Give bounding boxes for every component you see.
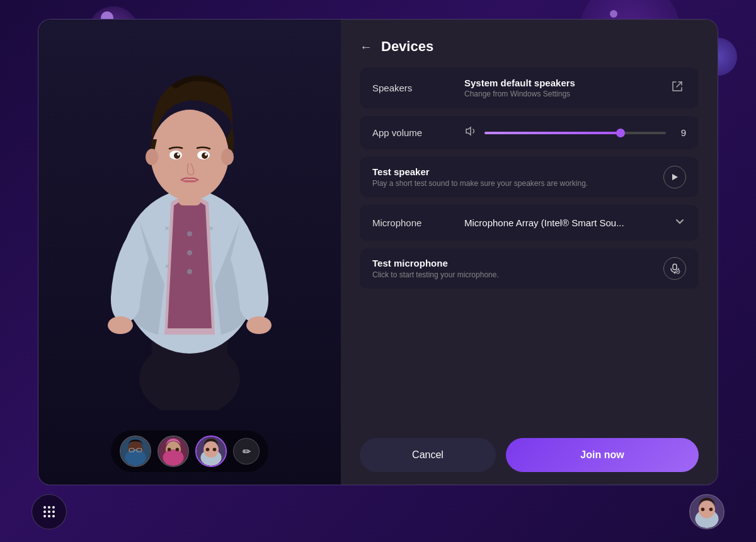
svg-point-30 xyxy=(168,447,171,451)
right-panel: ← Devices Speakers System default speake… xyxy=(341,20,718,485)
svg-point-16 xyxy=(187,250,192,255)
svg-point-4 xyxy=(246,316,272,334)
avatar-thumb-2[interactable] xyxy=(158,435,189,467)
svg-point-31 xyxy=(176,447,180,451)
svg-text:✕: ✕ xyxy=(209,225,214,232)
back-button[interactable]: ← xyxy=(360,40,372,53)
svg-point-34 xyxy=(203,441,219,458)
svg-point-41 xyxy=(677,271,679,272)
avatar-container: ✕ ✕ ✕ xyxy=(83,45,297,410)
svg-point-49 xyxy=(48,515,50,517)
apps-button[interactable] xyxy=(32,494,67,529)
svg-point-35 xyxy=(206,447,210,451)
svg-point-44 xyxy=(52,506,55,509)
avatar-strip: ✏ xyxy=(111,430,268,472)
svg-point-11 xyxy=(174,153,180,159)
svg-point-12 xyxy=(202,153,208,159)
volume-controls: 9 xyxy=(464,125,686,141)
volume-row: App volume 9 xyxy=(360,116,699,149)
microphone-row: Microphone Microphone Array (Intel® Smar… xyxy=(360,205,699,241)
speakers-value: System default speakers xyxy=(464,78,575,88)
test-speaker-title: Test speaker xyxy=(372,166,588,177)
svg-point-48 xyxy=(43,515,46,517)
chevron-down-icon xyxy=(673,215,686,231)
volume-label: App volume xyxy=(372,127,454,138)
user-profile-button[interactable] xyxy=(689,494,724,529)
cancel-button[interactable]: Cancel xyxy=(360,438,496,472)
devices-title: Devices xyxy=(381,38,433,55)
microphone-dropdown[interactable]: Microphone Array (Intel® Smart Sou... xyxy=(464,215,686,231)
speakers-label: Speakers xyxy=(372,83,454,93)
spacer xyxy=(360,296,699,424)
svg-marker-37 xyxy=(672,174,678,180)
volume-slider[interactable] xyxy=(484,132,666,134)
bottom-buttons: Cancel Join now xyxy=(360,432,699,472)
test-mic-subtitle: Click to start testing your microphone. xyxy=(372,270,499,279)
microphone-value: Microphone Array (Intel® Smart Sou... xyxy=(464,217,624,228)
test-speaker-info: Test speaker Play a short test sound to … xyxy=(372,166,588,188)
test-microphone-button[interactable] xyxy=(663,257,686,280)
svg-point-55 xyxy=(709,508,713,512)
external-link-icon[interactable] xyxy=(668,78,686,98)
svg-point-15 xyxy=(187,231,192,236)
left-panel: ✕ ✕ ✕ xyxy=(38,20,341,485)
avatar-thumb-1[interactable] xyxy=(120,435,151,467)
svg-point-42 xyxy=(43,506,46,509)
svg-point-14 xyxy=(205,153,207,156)
svg-point-13 xyxy=(177,153,180,156)
volume-thumb xyxy=(616,129,625,137)
test-microphone-row: Test microphone Click to start testing y… xyxy=(360,248,699,289)
speaker-icon xyxy=(464,125,477,141)
join-now-button[interactable]: Join now xyxy=(506,438,699,472)
svg-point-47 xyxy=(52,510,55,513)
microphone-label: Microphone xyxy=(372,217,454,228)
svg-point-23 xyxy=(125,449,146,466)
avatar-thumb-3[interactable] xyxy=(195,435,227,467)
play-test-speaker-button[interactable] xyxy=(663,166,686,188)
test-speaker-subtitle: Play a short test sound to make sure you… xyxy=(372,179,588,188)
svg-point-46 xyxy=(48,510,50,513)
svg-point-50 xyxy=(52,515,55,517)
test-mic-info: Test microphone Click to start testing y… xyxy=(372,258,499,279)
svg-text:✕: ✕ xyxy=(164,225,169,232)
volume-value: 9 xyxy=(673,127,686,138)
edit-avatar-button[interactable]: ✏ xyxy=(233,438,260,464)
svg-point-17 xyxy=(187,269,192,274)
test-mic-title: Test microphone xyxy=(372,258,499,268)
svg-point-3 xyxy=(108,316,133,334)
main-card: ✕ ✕ ✕ xyxy=(38,19,718,485)
speakers-sub: Change from Windows Settings xyxy=(464,89,575,98)
svg-rect-38 xyxy=(673,264,677,270)
svg-point-7 xyxy=(146,149,158,165)
svg-point-8 xyxy=(221,149,234,165)
speakers-row: Speakers System default speakers Change … xyxy=(360,67,699,108)
svg-point-29 xyxy=(163,449,183,466)
test-speaker-row: Test speaker Play a short test sound to … xyxy=(360,157,699,197)
svg-text:✕: ✕ xyxy=(164,263,169,270)
svg-point-45 xyxy=(43,510,46,513)
devices-header: ← Devices xyxy=(360,38,699,55)
bottom-bar xyxy=(0,494,756,529)
speakers-value-box: System default speakers Change from Wind… xyxy=(464,78,686,98)
svg-point-54 xyxy=(701,508,705,512)
svg-point-36 xyxy=(213,447,217,451)
svg-point-6 xyxy=(151,110,229,200)
edit-icon: ✏ xyxy=(243,446,251,458)
speakers-info: System default speakers Change from Wind… xyxy=(464,78,575,98)
svg-point-43 xyxy=(48,506,50,509)
